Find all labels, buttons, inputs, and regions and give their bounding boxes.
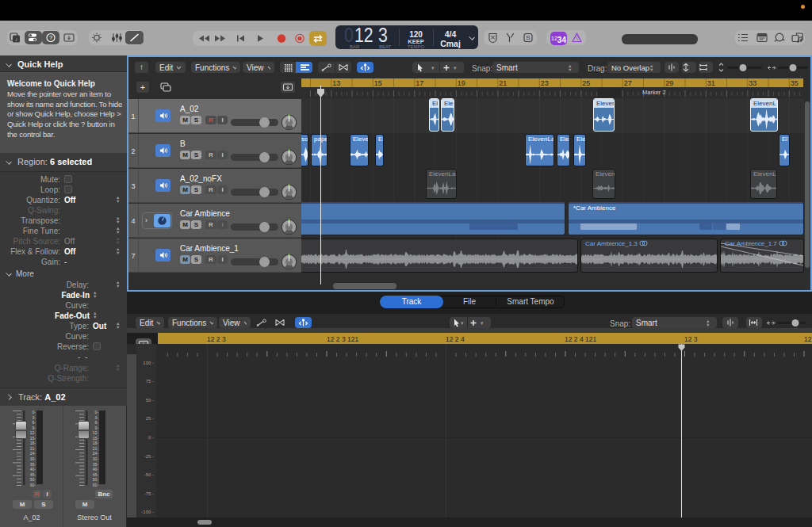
svg-text:▾: ▾: [454, 65, 457, 71]
svg-text:♪: ♪: [15, 36, 18, 42]
svg-text:S: S: [526, 34, 530, 41]
svg-text:?: ?: [49, 34, 52, 41]
svg-text:▾: ▾: [481, 320, 484, 326]
svg-text:▾: ▾: [431, 65, 435, 71]
svg-text:▾: ▾: [461, 320, 464, 326]
